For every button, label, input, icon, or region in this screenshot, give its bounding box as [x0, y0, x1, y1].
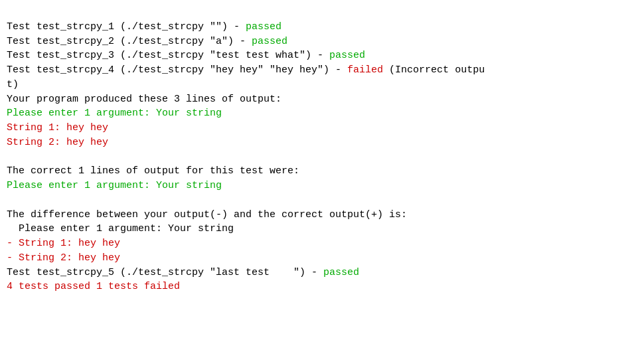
terminal-text-segment: Test test_strcpy_5 (./test_strcpy "last …: [7, 267, 323, 278]
terminal-line: Please enter 1 argument: Your string: [7, 179, 637, 193]
terminal-text-segment: String 1: hey hey: [7, 122, 108, 133]
terminal-line: - String 1: hey hey: [7, 236, 637, 251]
terminal-text-segment: (Incorrect outpu: [383, 64, 485, 76]
terminal-text-segment: Test test_strcpy_4 (./test_strcpy "hey h…: [7, 64, 347, 76]
terminal-text-segment: passed: [252, 36, 287, 47]
terminal-text-segment: The correct 1 lines of output for this t…: [7, 165, 299, 177]
terminal-text-segment: Your program produced these 3 lines of o…: [7, 94, 282, 105]
terminal-text-segment: passed: [329, 50, 365, 61]
terminal-line: Test test_strcpy_1 (./test_strcpy "") - …: [7, 20, 637, 35]
terminal-line: [7, 150, 637, 165]
terminal-line: The correct 1 lines of output for this t…: [7, 164, 637, 179]
terminal-line: Please enter 1 argument: Your string: [7, 106, 637, 121]
terminal-text-segment: String 2: hey hey: [7, 137, 108, 148]
terminal-line: Please enter 1 argument: Your string: [7, 222, 637, 236]
terminal-text-segment: - String 1: hey hey: [7, 238, 120, 249]
terminal-text-segment: 4 tests passed 1 tests failed: [7, 281, 180, 292]
terminal-text-segment: Please enter 1 argument: Your string: [7, 180, 222, 191]
terminal-text-segment: Please enter 1 argument: Your string: [7, 223, 234, 234]
terminal-line: Test test_strcpy_5 (./test_strcpy "last …: [7, 266, 637, 280]
terminal-text-segment: t): [7, 79, 19, 90]
terminal-text-segment: The difference between your output(-) an…: [7, 209, 407, 220]
terminal-line: String 1: hey hey: [7, 121, 637, 135]
terminal-line: Test test_strcpy_4 (./test_strcpy "hey h…: [7, 63, 637, 78]
terminal-text-segment: - String 2: hey hey: [7, 252, 120, 264]
terminal-text-segment: Test test_strcpy_1 (./test_strcpy "") -: [7, 21, 246, 33]
terminal-line: 4 tests passed 1 tests failed: [7, 280, 637, 294]
terminal-text-segment: Test test_strcpy_3 (./test_strcpy "test …: [7, 50, 329, 61]
terminal-line: [7, 193, 637, 208]
terminal-line: Test test_strcpy_2 (./test_strcpy "a") -…: [7, 35, 637, 49]
terminal-line: - String 2: hey hey: [7, 251, 637, 266]
terminal-output: Test test_strcpy_1 (./test_strcpy "") - …: [7, 5, 637, 294]
terminal-text-segment: Test test_strcpy_2 (./test_strcpy "a") -: [7, 36, 252, 47]
terminal-line: Test test_strcpy_3 (./test_strcpy "test …: [7, 48, 637, 63]
terminal-line: String 2: hey hey: [7, 135, 637, 150]
terminal-line: The difference between your output(-) an…: [7, 208, 637, 222]
terminal-text-segment: passed: [246, 21, 282, 33]
terminal-text-segment: Please enter 1 argument: Your string: [7, 108, 222, 119]
terminal-line: Your program produced these 3 lines of o…: [7, 92, 637, 107]
terminal-text-segment: passed: [323, 267, 359, 278]
terminal-text-segment: failed: [347, 64, 383, 76]
terminal-line: t): [7, 78, 637, 92]
